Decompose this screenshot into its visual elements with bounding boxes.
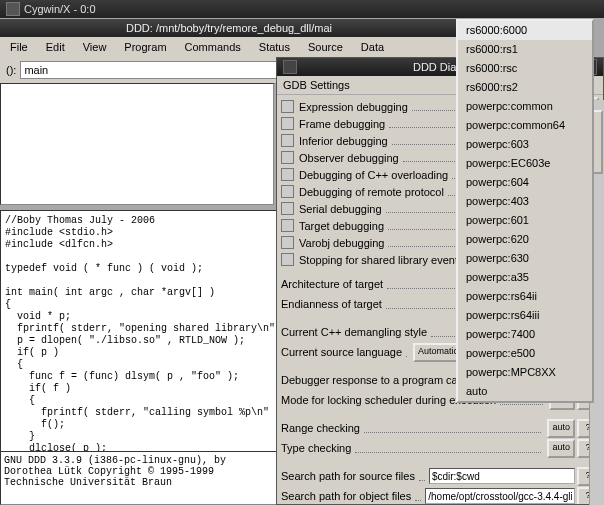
menu-item[interactable]: rs6000:rs2 [458,78,592,97]
source-path-label: Search path for source files [281,470,415,482]
menu-item[interactable]: powerpc:rs64ii [458,287,592,306]
menu-status[interactable]: Status [253,39,296,55]
menu-item[interactable]: powerpc:common64 [458,116,592,135]
object-path-input[interactable] [425,488,575,504]
architecture-menu[interactable]: rs6000:6000rs6000:rs1rs6000:rscrs6000:rs… [456,19,594,403]
outer-window-titlebar: Cygwin/X - 0:0 [0,0,604,18]
checkbox[interactable] [281,168,294,181]
menu-item[interactable]: powerpc:620 [458,230,592,249]
type-label: Type checking [281,442,351,454]
type-dropdown[interactable]: auto [547,439,575,458]
toggle-label: Varobj debugging [299,237,384,249]
menu-item[interactable]: powerpc:a35 [458,268,592,287]
checkbox[interactable] [281,219,294,232]
menu-item[interactable]: powerpc:common [458,97,592,116]
menu-item[interactable]: rs6000:rs1 [458,40,592,59]
menu-item[interactable]: powerpc:e500 [458,344,592,363]
menu-item[interactable]: powerpc:7400 [458,325,592,344]
checkbox[interactable] [281,100,294,113]
menu-item[interactable]: powerpc:601 [458,211,592,230]
object-path-label: Search path for object files [281,490,411,502]
menubar: File Edit View Program Commands Status S… [0,37,458,58]
menu-item[interactable]: auto [458,382,592,401]
menu-edit[interactable]: Edit [40,39,71,55]
checkbox[interactable] [281,202,294,215]
argument-label: (): [6,64,16,76]
menu-program[interactable]: Program [118,39,172,55]
endianness-label: Endianness of target [281,298,382,310]
source-language-label: Current source language [281,346,402,358]
menu-item[interactable]: powerpc:603 [458,135,592,154]
range-row: Range checking auto ? [281,418,599,438]
ddd-window-title: DDD: /mnt/boby/try/remore_debug_dll/mai [126,22,332,34]
toggle-label: Frame debugging [299,118,385,130]
menu-source[interactable]: Source [302,39,349,55]
menu-view[interactable]: View [77,39,113,55]
toggle-label: Target debugging [299,220,384,232]
demangling-label: Current C++ demangling style [281,326,427,338]
window-icon [6,2,20,16]
data-canvas[interactable] [0,83,274,205]
menu-item[interactable]: rs6000:rsc [458,59,592,78]
menu-item[interactable]: powerpc:MPC8XX [458,363,592,382]
toggle-label: Debugging of remote protocol [299,186,444,198]
checkbox[interactable] [281,185,294,198]
checkbox[interactable] [281,253,294,266]
checkbox[interactable] [281,134,294,147]
toggle-label: Serial debugging [299,203,382,215]
menu-item[interactable]: powerpc:rs64iii [458,306,592,325]
toggle-label: Observer debugging [299,152,399,164]
menu-commands[interactable]: Commands [179,39,247,55]
menu-item[interactable]: powerpc:EC603e [458,154,592,173]
ddd-window-titlebar: DDD: /mnt/boby/try/remore_debug_dll/mai [0,19,458,37]
source-path-input[interactable] [429,468,575,484]
type-row: Type checking auto ? [281,438,599,458]
source-view[interactable]: //Boby Thomas July - 2006 #include <stdi… [0,210,282,455]
range-dropdown[interactable]: auto [547,419,575,438]
range-label: Range checking [281,422,360,434]
checkbox[interactable] [281,236,294,249]
menu-item[interactable]: powerpc:604 [458,173,592,192]
menu-item[interactable]: rs6000:6000 [458,21,592,40]
source-path-row: Search path for source files ? [281,466,599,486]
object-path-row: Search path for object files ? [281,486,599,504]
menu-item[interactable]: powerpc:403 [458,192,592,211]
console-view[interactable]: GNU DDD 3.3.9 (i386-pc-linux-gnu), by Do… [0,451,280,505]
toggle-label: Debugging of C++ overloading [299,169,448,181]
toggle-label: Inferior debugging [299,135,388,147]
toggle-label: Stopping for shared library events [299,254,463,266]
architecture-label: Architecture of target [281,278,383,290]
toggle-label: Expression debugging [299,101,408,113]
checkbox[interactable] [281,117,294,130]
menu-file[interactable]: File [4,39,34,55]
checkbox[interactable] [281,151,294,164]
dialog-icon [283,60,297,74]
menu-item[interactable]: powerpc:630 [458,249,592,268]
outer-window-title: Cygwin/X - 0:0 [24,0,96,18]
menu-data[interactable]: Data [355,39,390,55]
